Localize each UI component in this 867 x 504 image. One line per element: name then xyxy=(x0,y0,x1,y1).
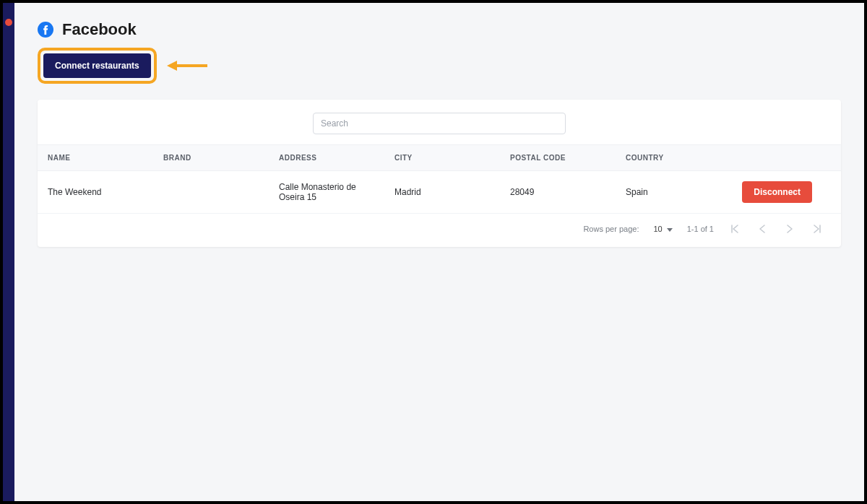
cell-action: Disconnect xyxy=(724,171,841,214)
col-header-country: COUNTRY xyxy=(616,145,724,171)
page-header: Facebook xyxy=(14,3,864,45)
col-header-postal: POSTAL CODE xyxy=(500,145,616,171)
col-header-action xyxy=(724,145,841,171)
search-input[interactable] xyxy=(313,113,566,134)
pagination-range: 1-1 of 1 xyxy=(687,225,714,233)
page-title: Facebook xyxy=(62,20,137,39)
page-prev-icon[interactable] xyxy=(756,222,769,235)
page-first-icon[interactable] xyxy=(728,222,741,235)
page-next-icon[interactable] xyxy=(783,222,796,235)
sidebar-indicator xyxy=(5,19,12,26)
col-header-name: NAME xyxy=(38,145,153,171)
sidebar-edge xyxy=(3,3,14,501)
restaurants-table: NAME BRAND ADDRESS CITY POSTAL CODE COUN… xyxy=(38,145,841,214)
rows-per-page-value: 10 xyxy=(653,225,662,233)
table-header-row: NAME BRAND ADDRESS CITY POSTAL CODE COUN… xyxy=(38,145,841,171)
svg-marker-2 xyxy=(167,61,177,71)
search-row xyxy=(38,100,841,145)
arrow-left-icon xyxy=(167,59,209,72)
page-last-icon[interactable] xyxy=(811,222,824,235)
cell-address: Calle Monasterio de Oseira 15 xyxy=(269,171,384,214)
rows-per-page-label: Rows per page: xyxy=(583,225,639,233)
facebook-icon xyxy=(38,22,53,38)
restaurants-panel: NAME BRAND ADDRESS CITY POSTAL CODE COUN… xyxy=(38,100,841,247)
cell-brand xyxy=(153,171,269,214)
page-container: Facebook Connect restaurants NAME BRAND … xyxy=(14,3,864,501)
cell-postal: 28049 xyxy=(500,171,616,214)
disconnect-button[interactable]: Disconnect xyxy=(742,181,812,203)
col-header-brand: BRAND xyxy=(153,145,269,171)
table-row: The Weekend Calle Monasterio de Oseira 1… xyxy=(38,171,841,214)
rows-per-page-select[interactable]: 10 xyxy=(653,225,672,233)
connect-restaurants-button[interactable]: Connect restaurants xyxy=(43,53,151,78)
highlight-ring: Connect restaurants xyxy=(38,48,157,84)
col-header-address: ADDRESS xyxy=(269,145,384,171)
connect-row: Connect restaurants xyxy=(14,45,864,100)
cell-country: Spain xyxy=(616,171,724,214)
caret-down-icon xyxy=(667,225,673,233)
pagination: Rows per page: 10 1-1 of 1 xyxy=(38,214,841,247)
col-header-city: CITY xyxy=(384,145,500,171)
cell-city: Madrid xyxy=(384,171,500,214)
cell-name: The Weekend xyxy=(38,171,153,214)
